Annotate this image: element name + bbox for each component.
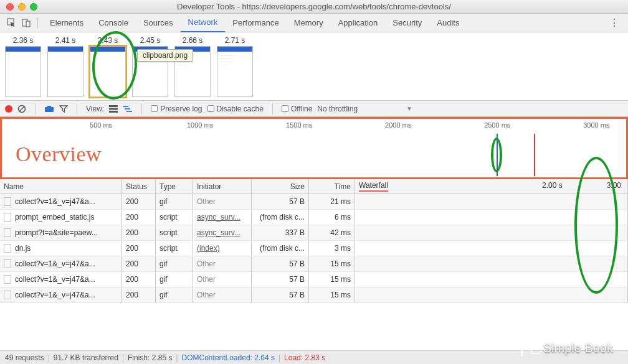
tick-label: 1500 ms [286,121,312,129]
request-type: gif [156,287,193,302]
waterfall-icon[interactable] [123,105,133,113]
svg-rect-6 [47,106,51,108]
large-rows-icon[interactable] [109,105,118,113]
svg-rect-11 [125,108,130,110]
load-line [534,134,535,176]
disable-cache-checkbox[interactable]: Disable cache [207,105,264,113]
view-label: View: [86,105,104,113]
clear-button[interactable] [17,105,26,113]
file-icon [4,291,11,299]
request-time: 21 ms [309,194,355,209]
request-name: collect?v=1&_v=j47&a... [15,197,95,206]
request-waterfall [355,241,628,256]
request-size: (from disk c... [252,241,309,256]
tab-application[interactable]: Application [331,14,386,32]
domcontentloaded-time: DOMContentLoaded: 2.64 s [182,353,275,362]
col-name[interactable]: Name [0,179,122,194]
tab-performance[interactable]: Performance [225,14,286,32]
table-row[interactable]: prompt_embed_static.js200scriptasync_sur… [0,210,628,225]
request-type: gif [156,256,193,271]
frame-thumbnail: ─── ────── ── ──── ─── ──── ── [217,46,253,97]
col-status[interactable]: Status [122,179,156,194]
capture-screenshots-icon[interactable] [44,105,54,113]
request-name: collect?v=1&_v=j47&a... [15,291,95,299]
request-time: 15 ms [309,287,355,302]
inspect-element-icon[interactable] [5,16,19,30]
tab-audits[interactable]: Audits [429,14,467,32]
frame-thumbnail [90,46,126,97]
tab-memory[interactable]: Memory [287,14,331,32]
frame-timestamp: 2.41 s [47,36,83,45]
request-waterfall [355,225,628,240]
request-size: 57 B [252,287,309,302]
more-menu-icon[interactable]: ⋮ [606,17,623,29]
devtools-tabrow: ElementsConsoleSourcesNetworkPerformance… [0,14,628,32]
col-waterfall[interactable]: Waterfall 2.00 s 3.00 [355,179,628,194]
filmstrip-frame[interactable]: 2.66 s─── ────── ── ──── ─── ──── ── [174,36,211,97]
tab-sources[interactable]: Sources [136,14,181,32]
table-row[interactable]: collect?v=1&_v=j47&a...200gifOther57 B15… [0,256,628,272]
frame-timestamp: 2.66 s [174,36,211,45]
table-row[interactable]: collect?v=1&_v=j47&a...200gifOther57 B15… [0,287,628,303]
request-time: 3 ms [309,241,355,256]
dom-loaded-line [497,134,498,176]
tick-label: 1000 ms [187,121,213,129]
request-initiator[interactable]: async_surv... [193,210,252,225]
col-time[interactable]: Time [309,179,355,194]
frame-thumbnail [5,46,41,97]
window-titlebar: Developer Tools - https://developers.goo… [0,0,628,14]
watermark: Simple Book [521,341,613,355]
tick-label: 2500 ms [484,121,510,129]
tab-elements[interactable]: Elements [42,14,91,32]
file-icon [4,259,11,268]
offline-checkbox[interactable]: Offline [282,105,312,113]
table-row[interactable]: collect?v=1&_v=j47&a...200gifOther57 B21… [0,194,628,210]
tab-network[interactable]: Network [181,14,226,32]
filmstrip-frame[interactable]: 2.71 s─── ────── ── ──── ─── ──── ── [217,36,253,97]
svg-rect-9 [109,111,118,113]
col-initiator[interactable]: Initiator [193,179,252,194]
request-waterfall [355,194,628,209]
frame-timestamp: 2.45 s [132,36,168,45]
svg-line-4 [19,106,24,111]
preserve-log-checkbox[interactable]: Preserve log [151,105,202,113]
device-toggle-icon[interactable] [19,16,33,30]
dropdown-icon[interactable]: ▼ [406,105,412,112]
tab-console[interactable]: Console [91,14,136,32]
table-row[interactable]: prompt?t=a&site=paew...200scriptasync_su… [0,225,628,241]
overview-pane[interactable]: 500 ms1000 ms1500 ms2000 ms2500 ms3000 m… [0,117,628,179]
filter-icon[interactable] [59,105,68,113]
file-icon [4,244,11,253]
table-row[interactable]: dn.js200script(index)(from disk c...3 ms [0,241,628,256]
record-button[interactable] [5,105,12,113]
overview-ticks: 500 ms1000 ms1500 ms2000 ms2500 ms3000 m… [2,121,626,133]
filmstrip-frame[interactable]: 2.41 s [47,36,83,97]
request-initiator[interactable]: async_surv... [193,225,252,240]
request-status: 200 [122,272,156,287]
request-type: gif [156,272,193,287]
request-name: collect?v=1&_v=j47&a... [15,259,95,268]
throttling-select[interactable]: No throttling [317,105,358,113]
overview-annotation-label: Overview [16,142,102,166]
col-size[interactable]: Size [252,179,309,194]
network-requests-table: Name Status Type Initiator Size Time Wat… [0,179,628,303]
tick-label: 2000 ms [385,121,411,129]
request-initiator: Other [193,287,252,302]
frame-thumbnail [47,46,83,97]
filmstrip-frame[interactable]: 2.45 s─── ────── ── ──── ─── ──── ── [132,36,168,97]
filmstrip-frame[interactable]: 2.43 s [90,36,126,97]
request-initiator[interactable]: (index) [193,241,252,256]
svg-rect-2 [26,21,30,27]
col-type[interactable]: Type [156,179,193,194]
request-time: 15 ms [309,256,355,271]
request-size: 337 B [252,225,309,240]
file-icon [4,213,11,222]
filmstrip: 2.36 s2.41 s2.43 s2.45 s─── ────── ── ──… [0,32,628,101]
window-title: Developer Tools - https://developers.goo… [0,2,628,11]
table-row[interactable]: collect?v=1&_v=j47&a...200gifOther57 B15… [0,272,628,287]
svg-rect-5 [45,107,54,112]
request-initiator: Other [193,272,252,287]
filmstrip-frame[interactable]: 2.36 s [5,36,41,97]
tab-security[interactable]: Security [385,14,429,32]
request-time: 42 ms [309,225,355,240]
